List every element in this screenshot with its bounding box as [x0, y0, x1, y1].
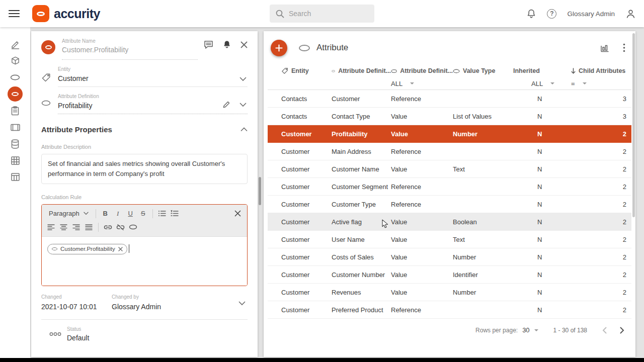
attribute-name-label: Attribute Name	[62, 38, 198, 44]
cell-value-type: Number	[453, 289, 513, 296]
attribute-chip[interactable]: Customer.Profitability	[47, 244, 127, 254]
sidebar-item-table[interactable]	[7, 172, 23, 182]
column-header-attribute-definition-type[interactable]: Attribute Definit...	[391, 67, 453, 74]
filter-attribute-definition-type[interactable]: ALL	[391, 80, 453, 87]
chevron-down-icon[interactable]	[239, 77, 247, 81]
column-header-entity[interactable]: Entity	[268, 67, 332, 74]
column-header-value-type[interactable]: Value Type	[453, 67, 513, 74]
edit-pencil-icon[interactable]	[222, 101, 230, 109]
changed-by-label: Changed by	[112, 294, 161, 300]
align-justify-icon[interactable]	[83, 221, 95, 233]
column-header-child-attributes[interactable]: Child Attributes	[571, 67, 631, 74]
entity-field[interactable]: Entity Customer	[41, 66, 248, 87]
table-row[interactable]: Customer Customer Type Reference N 2	[268, 196, 631, 213]
chevron-up-icon[interactable]	[240, 127, 248, 132]
table-row[interactable]: Customer Profitability Value Number N 2	[268, 125, 631, 143]
table-body: Contacts Customer Reference N 3 Contacts…	[268, 90, 631, 319]
sidebar-item-grid[interactable]	[7, 155, 23, 165]
chevron-down-icon[interactable]	[238, 301, 246, 306]
sidebar-item-pen[interactable]	[7, 39, 23, 49]
column-header-inherited[interactable]: Inherited	[513, 67, 571, 74]
sidebar-item-database[interactable]	[7, 139, 23, 149]
sidebar-item-clipboard[interactable]	[7, 106, 23, 116]
insert-attribute-icon[interactable]	[127, 221, 139, 233]
editor-content[interactable]: Customer.Profitability	[42, 237, 247, 286]
previous-page-icon[interactable]	[602, 327, 607, 334]
chip-remove-icon[interactable]	[118, 247, 123, 251]
menu-icon[interactable]	[0, 0, 28, 27]
paragraph-dropdown[interactable]: Paragraph	[45, 210, 93, 217]
link-icon[interactable]	[102, 221, 114, 233]
more-options-icon[interactable]	[623, 43, 625, 52]
chevron-down-icon[interactable]	[239, 103, 247, 107]
table-row[interactable]: Contacts Customer Reference N 3	[268, 90, 631, 108]
page-title: Attribute	[316, 43, 600, 53]
bulleted-list-icon[interactable]	[156, 208, 169, 220]
status-field[interactable]: Status Default	[41, 326, 248, 342]
cell-inherited: N	[513, 95, 571, 103]
account-icon[interactable]	[625, 9, 636, 19]
help-icon[interactable]: ?	[547, 9, 556, 19]
filter-child-attributes[interactable]: =	[571, 80, 631, 87]
table-row[interactable]: Customer Costs of Sales Value Number N 2	[268, 248, 631, 266]
cell-attribute-definition: Customer	[332, 95, 391, 103]
watch-bell-icon[interactable]	[222, 40, 231, 49]
bold-button[interactable]: B	[99, 208, 112, 220]
sidebar-item-film[interactable]	[7, 122, 23, 132]
table-row[interactable]: Customer User Name Value Text N 2	[268, 231, 631, 248]
next-page-icon[interactable]	[620, 327, 624, 334]
search-input[interactable]	[289, 10, 369, 18]
unlink-icon[interactable]	[114, 221, 127, 233]
cell-value-type: Text	[453, 165, 513, 173]
align-center-icon[interactable]	[57, 221, 70, 233]
search-box[interactable]	[270, 5, 374, 23]
filter-inherited[interactable]: ALL	[513, 80, 571, 87]
cell-inherited: N	[513, 306, 571, 314]
table-scrollbar-thumb[interactable]	[632, 33, 635, 217]
attribute-icon	[299, 45, 310, 51]
sidebar-item-box[interactable]	[7, 56, 23, 66]
sort-descending-icon	[571, 68, 576, 74]
table-columns-icon[interactable]	[600, 44, 609, 52]
close-icon[interactable]	[240, 41, 248, 48]
table-row[interactable]: Contacts Contact Type Value List of Valu…	[268, 108, 631, 125]
cell-child-attributes: 3	[571, 95, 631, 103]
calculation-rule-editor[interactable]: Paragraph B I U S	[41, 204, 248, 286]
sidebar-item-ellipse[interactable]	[7, 72, 23, 82]
table-row[interactable]: Customer Revenues Value Number N 2	[268, 284, 631, 301]
top-bar: accurity ? Glossary Admin	[0, 0, 644, 27]
attribute-description-label: Attribute Description	[41, 144, 248, 150]
attribute-definition-field[interactable]: Attribute Definition Profitability	[41, 94, 248, 114]
editor-close-icon[interactable]	[231, 208, 244, 220]
align-left-icon[interactable]	[45, 221, 57, 233]
align-right-icon[interactable]	[70, 221, 83, 233]
add-attribute-button[interactable]	[271, 40, 287, 56]
attribute-properties-section[interactable]: Attribute Properties	[41, 125, 248, 134]
cell-child-attributes: 2	[571, 253, 631, 261]
cell-entity: Customer	[268, 130, 332, 138]
numbered-list-icon[interactable]	[169, 208, 181, 220]
table-row[interactable]: Customer Customer Number Value Identifie…	[268, 266, 631, 284]
column-header-attribute-definition[interactable]: Attribute Definit...	[332, 67, 391, 74]
attribute-description-value[interactable]: Set of financial and sales metrics showi…	[41, 154, 248, 184]
strikethrough-button[interactable]: S	[137, 208, 149, 220]
changed-value: 2021-10-07 10:01	[41, 303, 112, 311]
italic-button[interactable]: I	[112, 208, 124, 220]
table-row[interactable]: Customer Customer Segment Reference N 2	[268, 178, 631, 196]
comments-icon[interactable]	[204, 40, 213, 49]
table-row[interactable]: Customer Preferred Product Reference N 2	[268, 301, 631, 319]
notifications-icon[interactable]	[526, 9, 536, 19]
table-row[interactable]: Customer Customer Name Value Text N 2	[268, 160, 631, 178]
cell-value-type: Boolean	[453, 218, 513, 226]
sidebar-item-attribute-active[interactable]	[8, 86, 23, 102]
rows-per-page-select[interactable]: 30	[522, 326, 538, 334]
cell-attribute-definition-type: Value	[391, 253, 453, 261]
cell-child-attributes: 2	[571, 130, 631, 138]
underline-button[interactable]: U	[124, 208, 137, 220]
table-row[interactable]: Customer Main Address Reference N 2	[268, 143, 631, 160]
cell-attribute-definition-type: Reference	[391, 95, 453, 103]
accurity-logo[interactable]: accurity	[32, 5, 100, 22]
detail-scrollbar-thumb[interactable]	[259, 177, 261, 205]
oval-icon	[391, 69, 397, 73]
table-row[interactable]: Customer Active flag Value Boolean N 2	[268, 213, 631, 231]
